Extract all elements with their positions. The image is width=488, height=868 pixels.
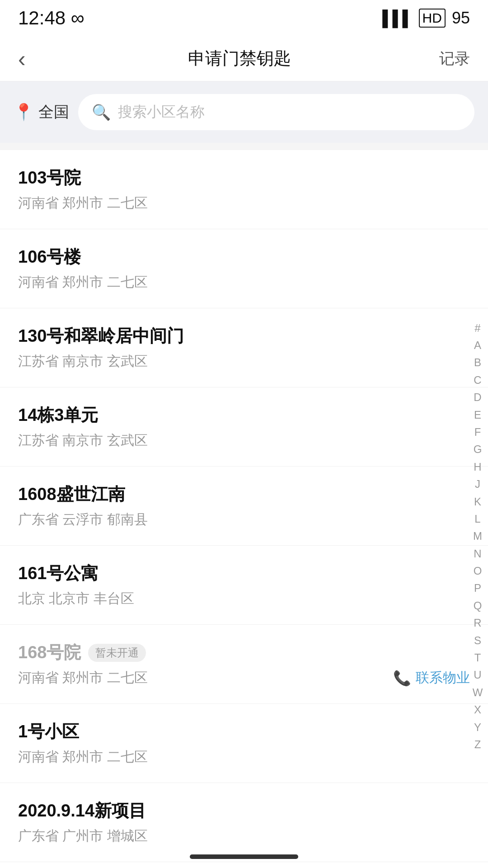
list-item[interactable]: 14栋3单元江苏省 南京市 玄武区: [0, 387, 488, 467]
alpha-letter-t[interactable]: T: [471, 649, 484, 666]
search-box[interactable]: 🔍 搜索小区名称: [78, 94, 474, 130]
list-item[interactable]: 161号公寓北京 北京市 丰台区: [0, 546, 488, 625]
location-tag[interactable]: 📍 全国: [14, 102, 69, 123]
alpha-letter-n[interactable]: N: [471, 545, 484, 562]
alpha-letter-s[interactable]: S: [471, 632, 484, 649]
alpha-letter-j[interactable]: J: [471, 476, 484, 493]
item-name: 103号院: [18, 166, 465, 189]
item-name: 1号小区: [18, 720, 465, 743]
alpha-letter-a[interactable]: A: [471, 337, 484, 354]
header: ‹ 申请门禁钥匙 记录: [0, 36, 488, 81]
alpha-letter-e[interactable]: E: [471, 406, 484, 424]
item-address: 江苏省 南京市 玄武区: [18, 352, 465, 371]
alpha-letter-q[interactable]: Q: [471, 597, 484, 614]
status-right: ▌▌▌ HD 95: [382, 9, 470, 28]
battery-indicator: 95: [452, 9, 470, 28]
alpha-letter-o[interactable]: O: [471, 562, 484, 580]
item-name: 2020.9.14新项目: [18, 799, 465, 822]
phone-icon: 📞: [393, 670, 411, 687]
alpha-letter-x[interactable]: X: [471, 701, 484, 718]
alpha-letter-p[interactable]: P: [471, 580, 484, 597]
item-address: 广东省 广州市 增城区: [18, 827, 465, 845]
alpha-letter-#[interactable]: #: [471, 320, 484, 337]
unavailable-badge: 暂未开通: [88, 644, 146, 662]
list-container: 103号院河南省 郑州市 二七区106号楼河南省 郑州市 二七区130号和翠岭居…: [0, 150, 488, 868]
item-name: 130号和翠岭居中间门: [18, 325, 465, 348]
alpha-letter-u[interactable]: U: [471, 666, 484, 684]
item-name: 14栋3单元: [18, 404, 465, 427]
alpha-letter-r[interactable]: R: [471, 614, 484, 632]
signal-icon: ▌▌▌: [382, 9, 412, 27]
alpha-letter-k[interactable]: K: [471, 493, 484, 510]
contact-label: 联系物业: [416, 669, 470, 687]
item-name: 1608盛世江南: [18, 483, 465, 506]
search-input[interactable]: 搜索小区名称: [118, 102, 205, 122]
item-address: 河南省 郑州市 二七区: [18, 748, 465, 766]
item-name: 168号院暂未开通: [18, 641, 465, 664]
alpha-letter-h[interactable]: H: [471, 458, 484, 476]
back-button[interactable]: ‹: [18, 46, 45, 72]
alpha-letter-d[interactable]: D: [471, 389, 484, 406]
list-item[interactable]: 1608盛世江南广东省 云浮市 郁南县: [0, 467, 488, 546]
alpha-letter-w[interactable]: W: [471, 684, 484, 701]
item-address: 江苏省 南京市 玄武区: [18, 431, 465, 450]
page-title: 申请门禁钥匙: [45, 47, 434, 70]
item-address: 河南省 郑州市 二七区: [18, 194, 465, 212]
list-item[interactable]: 130号和翠岭居中间门江苏省 南京市 玄武区: [0, 308, 488, 387]
location-icon: 📍: [14, 103, 34, 122]
record-button[interactable]: 记录: [434, 48, 470, 69]
item-name: 161号公寓: [18, 562, 465, 585]
item-name: 106号楼: [18, 245, 465, 269]
list-item[interactable]: 106号楼河南省 郑州市 二七区: [0, 229, 488, 308]
list-item[interactable]: 2020.9.14新项目广东省 广州市 增城区: [0, 783, 488, 862]
status-bar: 12:48 ∞ ▌▌▌ HD 95: [0, 0, 488, 36]
item-address: 北京 北京市 丰台区: [18, 590, 465, 608]
list-item[interactable]: 103号院河南省 郑州市 二七区: [0, 150, 488, 229]
alpha-letter-g[interactable]: G: [471, 441, 484, 458]
alphabet-index: #ABCDEFGHJKLMNOPQRSTUWXYZ: [471, 150, 484, 868]
location-label: 全国: [38, 102, 69, 123]
contact-property-button[interactable]: 📞联系物业: [393, 669, 470, 687]
status-time: 12:48 ∞: [18, 7, 84, 29]
alpha-letter-z[interactable]: Z: [471, 736, 484, 753]
alpha-letter-m[interactable]: M: [471, 528, 484, 545]
list-item[interactable]: 1号小区河南省 郑州市 二七区: [0, 704, 488, 783]
item-address: 河南省 郑州市 二七区: [18, 273, 465, 292]
alpha-letter-f[interactable]: F: [471, 424, 484, 441]
list-item[interactable]: 20201017项目: [0, 862, 488, 868]
alpha-letter-b[interactable]: B: [471, 354, 484, 371]
search-icon: 🔍: [92, 103, 111, 121]
hd-icon: HD: [419, 9, 446, 28]
alpha-letter-y[interactable]: Y: [471, 719, 484, 736]
list-item[interactable]: 168号院暂未开通河南省 郑州市 二七区📞联系物业: [0, 625, 488, 704]
alpha-letter-c[interactable]: C: [471, 372, 484, 389]
search-section: 📍 全国 🔍 搜索小区名称: [0, 81, 488, 143]
item-address: 广东省 云浮市 郁南县: [18, 510, 465, 529]
alpha-letter-l[interactable]: L: [471, 510, 484, 528]
bottom-home-bar: [190, 854, 298, 859]
